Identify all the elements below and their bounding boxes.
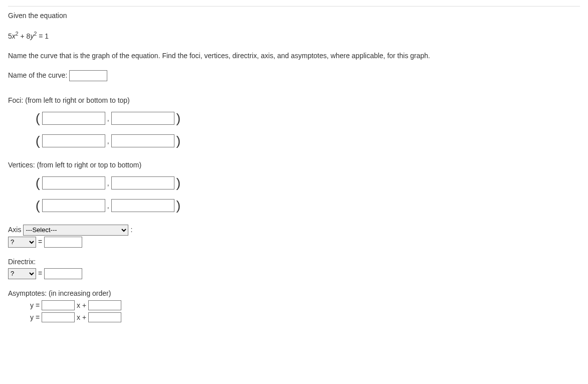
equals: =: [38, 237, 42, 247]
foci-label: Foci: (from left to right or bottom to t…: [8, 95, 580, 106]
foci2-y-input[interactable]: [111, 134, 174, 147]
coef1: 5: [8, 32, 12, 40]
axis-label: Axis: [8, 225, 21, 235]
comma: ,: [107, 201, 109, 211]
paren-close: ): [176, 109, 181, 128]
asym-y: y =: [30, 312, 40, 323]
paren-open: (: [36, 109, 40, 128]
vertex1-y-input[interactable]: [111, 176, 174, 189]
directrix-var-select[interactable]: ?: [8, 268, 36, 279]
vertex-point-1: ( , ): [36, 173, 580, 193]
intro-text: Given the equation: [8, 11, 580, 21]
axis-equation-row: ? =: [8, 237, 580, 248]
equation: 5x2 + 8y2 = 1: [8, 30, 580, 42]
eq-rhs: = 1: [37, 32, 49, 40]
axis-row: Axis ---Select--- :: [8, 225, 580, 236]
asym-y: y =: [30, 300, 40, 311]
var1: x: [12, 32, 16, 40]
equals: =: [38, 268, 42, 279]
asym1-intercept-input[interactable]: [88, 300, 121, 310]
foci-point-2: ( , ): [36, 131, 580, 151]
paren-close: ): [176, 173, 181, 193]
comma: ,: [107, 136, 109, 146]
directrix-label: Directrix:: [8, 257, 580, 267]
axis-select[interactable]: ---Select---: [23, 225, 128, 236]
foci1-x-input[interactable]: [42, 112, 105, 125]
name-of-curve-row: Name of the curve:: [8, 70, 580, 81]
paren-close: ): [176, 196, 181, 216]
foci1-y-input[interactable]: [111, 112, 174, 125]
asym-xplus: x +: [77, 312, 86, 323]
vertex2-y-input[interactable]: [111, 199, 174, 212]
curve-name-input[interactable]: [69, 70, 107, 81]
asym2-intercept-input[interactable]: [88, 312, 121, 322]
vertex1-x-input[interactable]: [42, 176, 105, 189]
vertex-point-2: ( , ): [36, 196, 580, 216]
asymptote-row-2: y = x +: [28, 312, 580, 323]
vertices-label: Vertices: (from left to right or top to …: [8, 160, 580, 170]
paren-open: (: [36, 173, 40, 193]
paren-open: (: [36, 131, 40, 151]
asymptote-row-1: y = x +: [28, 300, 580, 311]
foci-point-1: ( , ): [36, 109, 580, 128]
comma: ,: [107, 178, 109, 188]
plus: +: [19, 32, 27, 40]
asym2-slope-input[interactable]: [42, 312, 75, 322]
paren-close: ): [176, 131, 181, 151]
asym-xplus: x +: [77, 300, 86, 311]
axis-value-input[interactable]: [44, 237, 82, 248]
paren-open: (: [36, 196, 40, 216]
directrix-value-input[interactable]: [44, 268, 82, 279]
axis-colon: :: [130, 225, 132, 235]
directrix-row: ? =: [8, 268, 580, 279]
axis-var-select[interactable]: ?: [8, 237, 36, 248]
instruction-text: Name the curve that is the graph of the …: [8, 51, 580, 61]
asym1-slope-input[interactable]: [42, 300, 75, 310]
foci2-x-input[interactable]: [42, 134, 105, 147]
name-label: Name of the curve:: [8, 70, 67, 81]
asymptotes-label: Asymptotes: (in increasing order): [8, 288, 580, 299]
vertex2-x-input[interactable]: [42, 199, 105, 212]
comma: ,: [107, 113, 109, 124]
